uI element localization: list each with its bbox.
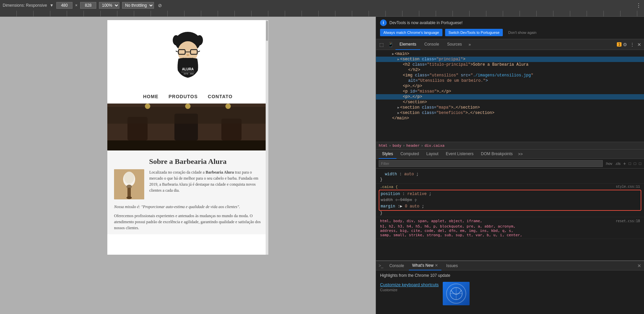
nav-contato[interactable]: CONTATO bbox=[208, 94, 233, 99]
height-input[interactable] bbox=[80, 2, 96, 9]
more-style-tabs-icon[interactable]: >> bbox=[518, 152, 523, 156]
devtools-more-icon[interactable]: ⋮ bbox=[629, 42, 636, 47]
customize-text-area: Customize keyboard shortcuts Customize bbox=[380, 282, 439, 292]
html-tree: ▶ <main> ▶ <section class="principal"> <… bbox=[376, 50, 644, 142]
breadcrumb-html[interactable]: html bbox=[379, 143, 388, 148]
svg-rect-19 bbox=[107, 107, 268, 124]
mission-quote: "Proporcionar auto-estima e qualidade de… bbox=[141, 204, 240, 209]
dimensions-dropdown-icon[interactable]: ▼ bbox=[50, 3, 54, 8]
bottom-tabs: >_ Console What's New ✕ Issues ✕ bbox=[376, 261, 644, 270]
match-language-button[interactable]: Always match Chrome's language bbox=[380, 29, 442, 36]
svg-point-28 bbox=[126, 196, 132, 199]
tab-layout[interactable]: Layout bbox=[423, 149, 442, 159]
customize-keyboard-section: Customize keyboard shortcuts Customize bbox=[380, 282, 640, 305]
tab-dom-breakpoints[interactable]: DOM Breakpoints bbox=[478, 149, 516, 159]
customize-decorative-svg bbox=[449, 287, 463, 300]
switch-to-portuguese-button[interactable]: Switch DevTools to Portuguese bbox=[445, 29, 503, 36]
tree-tag: <p>…</p> bbox=[403, 84, 422, 88]
devtools-tabs: ⬚ 📱 Elements Console Sources » 1 ⚙ ⋮ ✕ bbox=[376, 39, 644, 50]
issues-badge: 1 bbox=[617, 42, 622, 47]
devtools-breadcrumb: html › body › header › div.caixa bbox=[376, 142, 644, 149]
svg-point-10 bbox=[186, 54, 189, 56]
tree-arrow[interactable]: ▶ bbox=[397, 57, 399, 61]
console-prompt-icon[interactable]: >_ bbox=[379, 263, 383, 268]
tab-issues[interactable]: Issues bbox=[443, 261, 461, 270]
caixa-highlight-box: position : relative ; width : 940px ; ma… bbox=[379, 190, 641, 211]
devtools-panel: i DevTools is now available in Portugues… bbox=[376, 17, 644, 314]
more-tabs-button[interactable]: » bbox=[466, 42, 474, 47]
scroll-indicator[interactable] bbox=[266, 20, 268, 255]
mission-label: Nossa missão é: bbox=[114, 204, 141, 209]
styles-panel-tabs: Styles Computed Layout Event Listeners D… bbox=[376, 149, 644, 159]
barber-about-section: Localizada no coração da cidade a Barbea… bbox=[107, 169, 268, 204]
svg-text:2019: 2019 bbox=[190, 73, 194, 75]
tab-elements[interactable]: Elements bbox=[395, 39, 420, 50]
computed-view-icon[interactable]: □ bbox=[634, 161, 636, 166]
bc-sep: › bbox=[421, 143, 423, 148]
settings-icon[interactable]: ⚙ bbox=[622, 42, 629, 47]
barber-site: ALURA ESTD 2019 HOME PRODUTOS CONTATO bbox=[107, 20, 268, 234]
tree-tag: <section class="mapa">…</section> bbox=[400, 105, 480, 110]
barber-about-image bbox=[114, 169, 144, 199]
layout-view-icon[interactable]: □ bbox=[629, 161, 631, 166]
nav-produtos[interactable]: PRODUTOS bbox=[169, 94, 198, 99]
tab-computed[interactable]: Computed bbox=[397, 149, 422, 159]
tree-arrow[interactable]: ▶ bbox=[397, 106, 399, 110]
tree-line: <p id="missao">…</p> bbox=[376, 89, 644, 94]
barber-logo-area: ALURA ESTD 2019 bbox=[107, 20, 268, 90]
throttle-select[interactable]: No throttling Fast 3G Slow 3G bbox=[122, 2, 154, 9]
bc-sep: › bbox=[403, 143, 405, 148]
svg-point-3 bbox=[196, 35, 203, 45]
breadcrumb-body[interactable]: body bbox=[392, 143, 401, 148]
style-semi: ; bbox=[416, 172, 419, 177]
tab-sources[interactable]: Sources bbox=[443, 39, 466, 50]
close-all-icon[interactable]: ✕ bbox=[637, 263, 641, 268]
style-val-auto: auto bbox=[404, 172, 414, 177]
barber-hero-image bbox=[107, 104, 268, 150]
more-options-icon[interactable]: ⋮ bbox=[636, 2, 641, 9]
reset-file[interactable]: reset.css:18 bbox=[616, 218, 640, 224]
hov-pseudo-filter[interactable]: :hov bbox=[605, 162, 612, 166]
main-area: ALURA ESTD 2019 HOME PRODUTOS CONTATO bbox=[0, 17, 644, 314]
network-conditions-icon[interactable]: ⊘ bbox=[157, 2, 163, 9]
cls-filter[interactable]: .cls bbox=[615, 162, 621, 166]
whats-new-label: What's New bbox=[412, 263, 434, 268]
nav-home[interactable]: HOME bbox=[143, 94, 159, 99]
add-style-rule-icon[interactable]: + bbox=[623, 161, 626, 166]
device-toolbar-icon[interactable]: 📱 bbox=[386, 39, 395, 50]
tab-console-bottom[interactable]: Console bbox=[386, 261, 408, 270]
computed-tab-label: Computed bbox=[400, 151, 419, 156]
highlights-text: Highlights from the Chrome 107 update bbox=[380, 273, 640, 278]
dismiss-button[interactable]: Don't show again bbox=[508, 30, 536, 35]
color-palette-icon[interactable]: □ bbox=[639, 161, 641, 166]
console-tab-label: Console bbox=[424, 42, 439, 47]
close-devtools-icon[interactable]: ✕ bbox=[636, 42, 643, 47]
customize-keyboard-link[interactable]: Customize keyboard shortcuts bbox=[380, 282, 439, 288]
tree-arrow[interactable]: ▶ bbox=[392, 52, 394, 56]
styles-filter-bar: :hov .cls + □ □ □ bbox=[376, 159, 644, 169]
caixa-file[interactable]: style.css:11 bbox=[616, 185, 640, 189]
inspect-element-icon[interactable]: ⬚ bbox=[377, 39, 386, 50]
whats-new-close-icon[interactable]: ✕ bbox=[435, 263, 438, 268]
dimension-x-separator: × bbox=[75, 3, 77, 8]
reset-selector-2: h1, h2, h3, h4, h5, h6, p, blockquote, p… bbox=[380, 224, 640, 229]
tab-whats-new[interactable]: What's New ✕ bbox=[409, 261, 442, 270]
tree-tag: </h2> bbox=[408, 68, 420, 72]
svg-point-2 bbox=[173, 35, 179, 45]
customize-sub-label: Customize bbox=[380, 288, 439, 292]
breadcrumb-header[interactable]: header bbox=[406, 143, 420, 148]
notification-text: DevTools is now available in Portuguese! bbox=[389, 20, 463, 25]
zoom-select[interactable]: 100% 75% 50% bbox=[99, 2, 119, 9]
width-input[interactable] bbox=[56, 2, 72, 9]
tab-event-listeners[interactable]: Event Listeners bbox=[442, 149, 477, 159]
breadcrumb-div-caixa[interactable]: div.caixa bbox=[425, 143, 445, 148]
tree-line: <img class="utensilios" src="./imagens/u… bbox=[376, 73, 644, 78]
style-colon: : bbox=[399, 172, 404, 177]
styles-filter-input[interactable] bbox=[379, 160, 603, 167]
reset-selector-3: address, big, cite, code, del, dfn, em, … bbox=[380, 229, 640, 233]
tab-console[interactable]: Console bbox=[420, 39, 443, 50]
tree-tag: <section class="principal"> bbox=[400, 57, 465, 62]
tab-styles[interactable]: Styles bbox=[379, 149, 396, 159]
tree-line: ▶ <section class="mapa">…</section> bbox=[376, 105, 644, 110]
tree-arrow[interactable]: ▶ bbox=[397, 111, 399, 115]
